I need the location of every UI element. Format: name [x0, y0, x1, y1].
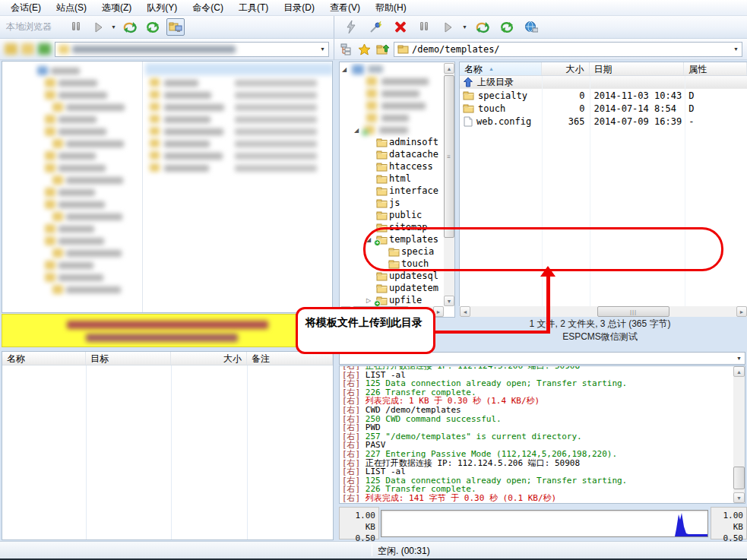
scroll-right-icon[interactable]: ►: [736, 306, 747, 317]
abort-button[interactable]: [391, 18, 409, 36]
tree-item-redacted[interactable]: [340, 100, 444, 112]
local-splitter[interactable]: [142, 62, 143, 312]
tree-label-redacted: [368, 65, 383, 73]
scroll-up-icon[interactable]: ▲: [444, 63, 454, 74]
tree-item-redacted[interactable]: [340, 112, 444, 124]
tree-item-adminsoft[interactable]: adminsoft: [340, 136, 444, 148]
local-tree-label-redacted: [59, 189, 95, 196]
menu-item[interactable]: 会话(E): [3, 0, 49, 15]
dropdown-arrow-icon[interactable]: ▼: [733, 46, 739, 52]
tree-item-updatesql[interactable]: updatesql: [340, 270, 444, 282]
folder-icon: [52, 285, 63, 294]
column-header-0[interactable]: 名称▲: [460, 62, 542, 75]
menu-item[interactable]: 队列(Y): [139, 0, 185, 15]
local-toolbar-icon[interactable]: [21, 43, 34, 55]
scroll-down-icon[interactable]: ▼: [444, 296, 454, 306]
queue-column-header-1[interactable]: 目标: [86, 352, 171, 365]
remote-resume-button[interactable]: [439, 18, 457, 36]
local-browser-toggle-button[interactable]: [166, 18, 185, 36]
tree-label-redacted: [381, 103, 426, 109]
local-path-combo[interactable]: ▼: [55, 42, 329, 57]
annotation-arrow-head: [540, 266, 556, 277]
dropdown-arrow-icon[interactable]: ▼: [320, 46, 325, 52]
file-row-touch[interactable]: touch02014-07-14 8:54D: [460, 102, 747, 115]
parent-folder-button[interactable]: [375, 42, 390, 56]
tree-item-html[interactable]: html: [340, 172, 444, 185]
remote-pause-button[interactable]: [415, 18, 433, 36]
remote-refresh-button[interactable]: [498, 18, 516, 36]
menu-item[interactable]: 查看(V): [322, 0, 368, 15]
speed-scale-max: 1.00 KB: [343, 510, 375, 533]
menu-item[interactable]: 帮助(H): [368, 0, 414, 15]
tree-item-updatetem[interactable]: updatetem: [340, 282, 444, 294]
remote-path-combo[interactable]: /demo/templates/ ▼: [394, 42, 742, 57]
dropdown-arrow-icon[interactable]: ▼: [736, 356, 745, 361]
remote-transfer-button[interactable]: [473, 18, 492, 36]
log-direction-prefix: [右]: [342, 493, 360, 503]
local-tree-label-redacted: [59, 274, 103, 281]
tree-item-js[interactable]: js: [340, 197, 444, 209]
column-header-1[interactable]: 大小: [542, 62, 590, 75]
file-row-web.config[interactable]: web.config3652014-07-09 16:39-: [460, 115, 747, 128]
folder-icon: [366, 77, 377, 86]
menu-item[interactable]: 工具(T): [231, 0, 276, 15]
local-file-name-redacted: [164, 165, 209, 172]
annotation-text: 将模板文件上传到此目录: [305, 316, 423, 328]
connect-button[interactable]: [342, 18, 360, 36]
scroll-down-icon[interactable]: ▼: [733, 492, 745, 503]
file-rows: specialty02014-11-03 10:43Dtouch02014-07…: [460, 89, 747, 128]
parent-directory-row[interactable]: 上级目录: [460, 76, 747, 89]
column-header-3[interactable]: 属性: [684, 62, 747, 75]
tree-item-htaccess[interactable]: htaccess: [340, 160, 444, 172]
file-row-specialty[interactable]: specialty02014-11-03 10:43D: [460, 89, 747, 102]
log-vscroll-thumb[interactable]: [733, 467, 745, 489]
column-header-2[interactable]: 日期: [590, 62, 685, 75]
list-hscroll-thumb[interactable]: |||: [597, 306, 669, 317]
local-browser-label: 本地浏览器: [6, 21, 52, 33]
tree-item-public[interactable]: public: [340, 209, 444, 221]
log-vscrollbar[interactable]: ▲ ▼: [733, 366, 745, 503]
local-list-selected-row-redacted[interactable]: [145, 63, 333, 75]
menu-item[interactable]: 命令(C): [185, 0, 231, 15]
folder-icon: [150, 103, 160, 111]
folder-icon: [376, 210, 389, 220]
tree-item-upfile[interactable]: ▷+upfile: [340, 294, 444, 306]
remote-resume-dropdown-icon[interactable]: ▼: [462, 24, 467, 30]
tree-item-redacted[interactable]: [340, 75, 444, 87]
scroll-left-icon[interactable]: ◄: [460, 306, 470, 317]
tree-vscroll-thumb[interactable]: ≡: [444, 75, 454, 238]
favorites-button[interactable]: [357, 42, 372, 56]
queue-column-header-0[interactable]: 名称: [2, 352, 86, 365]
tree-item-datacache[interactable]: datacache: [340, 148, 444, 160]
local-tree-label-redacted: [59, 116, 97, 123]
local-file-date-redacted: [235, 104, 317, 111]
tree-item-redacted-expanded[interactable]: ◢ +: [340, 124, 444, 136]
list-hscrollbar[interactable]: ◄ ||| ►: [460, 306, 747, 317]
folder-icon: [376, 174, 389, 184]
file-name-text: specialty: [478, 90, 527, 101]
local-toolbar-icon[interactable]: [5, 43, 17, 55]
resume-dropdown-icon[interactable]: ▼: [111, 24, 116, 30]
tree-item-root-redacted[interactable]: ◢: [340, 63, 444, 75]
resume-button[interactable]: [90, 18, 108, 36]
local-file-date-redacted: [235, 80, 317, 87]
tree-view-button[interactable]: [339, 42, 353, 56]
tree-label-redacted: [381, 78, 429, 85]
menu-item[interactable]: 目录(D): [276, 0, 322, 15]
queue-column-header-2[interactable]: 大小: [171, 352, 247, 365]
pause-button[interactable]: [67, 18, 85, 36]
tree-item-redacted[interactable]: [340, 87, 444, 100]
menu-item[interactable]: 站点(S): [49, 0, 94, 15]
expander-expanded-icon[interactable]: ◢: [342, 66, 352, 73]
site-browser-button[interactable]: [522, 18, 540, 36]
tree-item-interface[interactable]: interface: [340, 185, 444, 197]
local-toolbar-icon[interactable]: [38, 43, 51, 55]
transfer-button[interactable]: [121, 18, 139, 36]
folder-icon: [45, 261, 55, 270]
quick-connect-button[interactable]: [366, 18, 385, 36]
refresh-button[interactable]: [144, 18, 162, 36]
folder-icon: [376, 198, 389, 208]
scroll-up-icon[interactable]: ▲: [733, 366, 745, 377]
folder-icon: [45, 236, 55, 245]
menu-item[interactable]: 选项(Z): [94, 0, 139, 15]
